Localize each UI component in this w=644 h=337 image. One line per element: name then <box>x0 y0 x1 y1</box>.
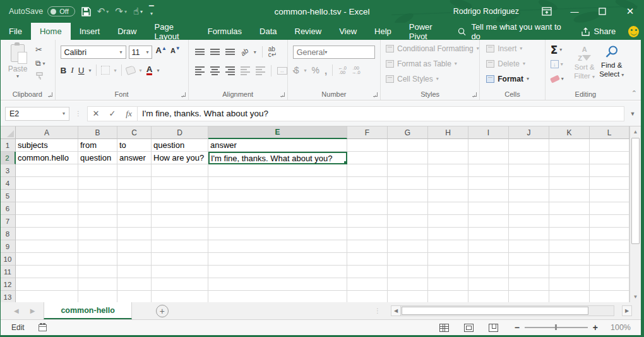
column-header-L[interactable]: L <box>590 126 629 139</box>
fill-dropdown-icon[interactable]: ▾ <box>561 61 563 67</box>
cell-G11[interactable] <box>388 266 428 278</box>
page-layout-view-button[interactable] <box>464 324 474 332</box>
row-header-9[interactable]: 9 <box>0 240 16 253</box>
cell-I5[interactable] <box>468 190 509 202</box>
copy-button[interactable]: ⧉▾ <box>35 59 45 68</box>
cell-J2[interactable] <box>509 152 549 164</box>
format-painter-button[interactable] <box>35 72 45 80</box>
scroll-down-icon[interactable]: ▼ <box>630 291 641 302</box>
redo-dropdown-icon[interactable]: ▾ <box>124 9 127 15</box>
clipboard-dialog-launcher[interactable] <box>48 92 52 97</box>
merge-center-button[interactable]: ↔ <box>277 67 287 75</box>
grow-font-button[interactable]: A▲ <box>156 46 167 55</box>
cell-K9[interactable] <box>549 240 590 253</box>
cell-F4[interactable] <box>347 177 388 190</box>
copy-dropdown-icon[interactable]: ▾ <box>43 61 45 66</box>
cell-E9[interactable] <box>208 240 347 253</box>
cell-C4[interactable] <box>117 177 152 190</box>
underline-button[interactable]: U <box>78 66 85 75</box>
align-bottom-button[interactable] <box>225 49 235 55</box>
column-header-C[interactable]: C <box>117 126 152 139</box>
cell-A12[interactable] <box>16 278 78 291</box>
cell-E3[interactable] <box>208 164 347 177</box>
cell-C5[interactable] <box>117 190 152 202</box>
alignment-dialog-launcher[interactable] <box>280 92 285 97</box>
user-name[interactable]: Rodrigo Rodriguez <box>453 7 519 16</box>
insert-function-button[interactable]: fx <box>121 109 137 119</box>
cell-I4[interactable] <box>468 177 509 190</box>
cell-C1[interactable]: to <box>117 139 152 152</box>
align-center-button[interactable] <box>210 66 220 75</box>
row-header-7[interactable]: 7 <box>0 215 16 228</box>
cell-G1[interactable] <box>388 139 428 152</box>
bold-button[interactable]: B <box>61 66 67 75</box>
cell-E8[interactable] <box>208 228 347 240</box>
percent-button[interactable]: % <box>312 65 319 75</box>
undo-dropdown-icon[interactable]: ▾ <box>106 9 109 15</box>
tab-formulas[interactable]: Formulas <box>199 23 251 40</box>
cell-L5[interactable] <box>590 190 629 202</box>
cell-B4[interactable] <box>78 177 117 190</box>
zoom-slider[interactable] <box>525 327 588 328</box>
cell-B1[interactable]: from <box>78 139 117 152</box>
cell-L12[interactable] <box>590 278 629 291</box>
cell-I13[interactable] <box>468 291 509 302</box>
cell-B7[interactable] <box>78 215 117 228</box>
zoom-in-button[interactable]: + <box>593 322 598 333</box>
name-box-dropdown-icon[interactable]: ▾ <box>63 111 65 116</box>
formula-input[interactable]: I'm fine, thanks. What about you? <box>138 106 624 121</box>
increase-decimal-button[interactable]: ←.0.00 <box>338 66 347 75</box>
autosave-toggle[interactable]: AutoSave Off <box>9 6 75 16</box>
cell-L7[interactable] <box>590 215 629 228</box>
cell-J10[interactable] <box>509 253 549 266</box>
cell-G6[interactable] <box>388 202 428 215</box>
cell-D11[interactable] <box>152 266 208 278</box>
cell-F6[interactable] <box>347 202 388 215</box>
cell-H5[interactable] <box>428 190 468 202</box>
cell-I7[interactable] <box>468 215 509 228</box>
cell-G9[interactable] <box>388 240 428 253</box>
italic-button[interactable]: I <box>71 65 74 75</box>
delete-cells-button[interactable]: Delete ▾ <box>486 57 544 70</box>
cell-J9[interactable] <box>509 240 549 253</box>
cell-E12[interactable] <box>208 278 347 291</box>
cell-B13[interactable] <box>78 291 117 302</box>
currency-button[interactable]: $ <box>294 65 299 75</box>
cell-A7[interactable] <box>16 215 78 228</box>
tab-view[interactable]: View <box>330 23 366 40</box>
cell-D13[interactable] <box>152 291 208 302</box>
column-header-E[interactable]: E <box>208 126 347 139</box>
cell-K2[interactable] <box>549 152 590 164</box>
cell-K7[interactable] <box>549 215 590 228</box>
cell-F7[interactable] <box>347 215 388 228</box>
autosum-button[interactable]: Σ▾ <box>551 44 564 56</box>
collapse-ribbon-button[interactable]: ⌃ <box>631 89 637 97</box>
horizontal-scroll-thumb[interactable] <box>402 307 588 315</box>
cell-K6[interactable] <box>549 202 590 215</box>
cell-K4[interactable] <box>549 177 590 190</box>
row-header-1[interactable]: 1 <box>0 139 16 152</box>
cell-D9[interactable] <box>152 240 208 253</box>
cell-B2[interactable]: question <box>78 152 117 164</box>
cell-A13[interactable] <box>16 291 78 302</box>
align-left-button[interactable] <box>195 66 205 75</box>
cell-C9[interactable] <box>117 240 152 253</box>
cell-A3[interactable] <box>16 164 78 177</box>
shrink-font-button[interactable]: A▼ <box>170 46 181 55</box>
row-header-10[interactable]: 10 <box>0 253 16 266</box>
cell-G2[interactable] <box>388 152 428 164</box>
insert-cells-button[interactable]: Insert ▾ <box>486 42 544 55</box>
cell-I9[interactable] <box>468 240 509 253</box>
number-format-select[interactable]: General ▾ <box>293 46 375 59</box>
cell-F10[interactable] <box>347 253 388 266</box>
cell-D10[interactable] <box>152 253 208 266</box>
underline-dropdown-icon[interactable]: ▾ <box>89 68 92 73</box>
cell-C2[interactable]: answer <box>117 152 152 164</box>
autosave-switch[interactable]: Off <box>47 6 75 16</box>
cell-F8[interactable] <box>347 228 388 240</box>
cell-C12[interactable] <box>117 278 152 291</box>
column-header-A[interactable]: A <box>16 126 78 139</box>
cell-H9[interactable] <box>428 240 468 253</box>
font-name-select[interactable]: Calibri ▾ <box>61 46 126 59</box>
touch-mouse-mode-button[interactable]: ☝▾ <box>133 6 143 17</box>
